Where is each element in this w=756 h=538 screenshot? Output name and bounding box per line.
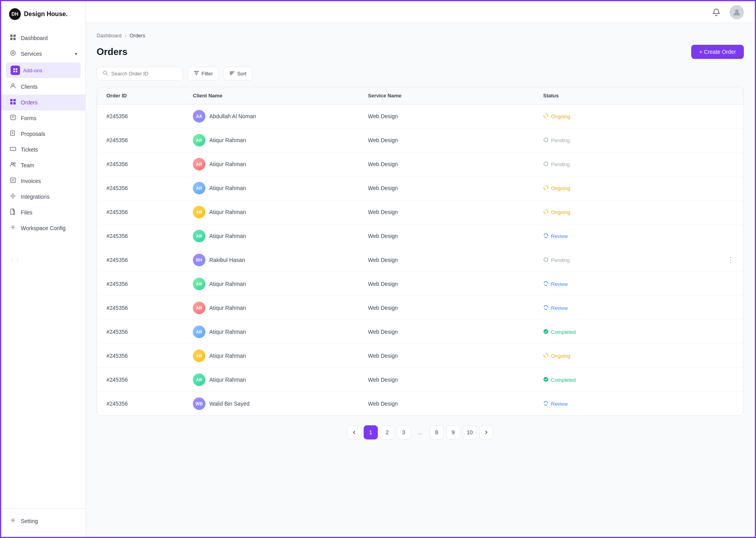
sidebar-item-invoices[interactable]: Invoices [1, 173, 85, 189]
service-name-cell: Web Design [368, 257, 543, 263]
sidebar-item-integrations[interactable]: Integrations [1, 189, 85, 205]
status-badge: Pending [543, 137, 718, 144]
svg-point-29 [12, 227, 14, 228]
client-avatar: AR [193, 278, 205, 290]
table-row[interactable]: #245356 AA Abdullah Al Noman Web Design … [97, 104, 743, 128]
order-id-cell: #245356 [106, 137, 193, 143]
sidebar-item-workspace[interactable]: Workspace Config [1, 220, 85, 236]
client-avatar: RH [193, 254, 205, 266]
order-id-cell: #245356 [106, 401, 193, 407]
svg-point-5 [12, 52, 14, 54]
table-row[interactable]: #245356 AR Atiqur Rahman Web Design Revi… [97, 272, 743, 296]
row-menu-button[interactable]: ⋮ [727, 256, 734, 264]
sidebar-item-proposals[interactable]: Proposals [1, 126, 85, 142]
breadcrumb-parent[interactable]: Dashboard [97, 33, 122, 38]
service-name-cell: Web Design [368, 329, 543, 335]
pagination-page-10[interactable]: 10 [463, 425, 477, 439]
client-avatar: AA [193, 110, 205, 123]
order-id-cell: #245356 [106, 113, 193, 119]
client-avatar: AR [193, 158, 205, 170]
status-text: Pending [551, 257, 570, 263]
toolbar: Filter Sort [97, 67, 744, 81]
table-row[interactable]: #245356 AR Atiqur Rahman Web Design Ongo… [97, 176, 743, 200]
table-row[interactable]: #245356 AR Atiqur Rahman Web Design Pend… [97, 152, 743, 176]
table-row[interactable]: #245356 AR Atiqur Rahman Web Design Comp… [97, 320, 743, 344]
svg-rect-28 [11, 209, 14, 214]
client-avatar: AR [193, 134, 205, 146]
table-row[interactable]: #245356 AR Atiqur Rahman Web Design Revi… [97, 224, 743, 248]
svg-rect-3 [13, 38, 16, 40]
sidebar-item-forms[interactable]: Forms [1, 110, 85, 126]
topbar [86, 1, 755, 23]
status-text: Completed [551, 377, 576, 383]
pagination-page-9[interactable]: 9 [446, 425, 460, 439]
service-name-cell: Web Design [368, 281, 543, 287]
workspace-label: Workspace Config [21, 225, 66, 231]
logo-icon: DH [9, 8, 21, 20]
order-id-cell: #245356 [106, 161, 193, 167]
search-input[interactable] [111, 71, 174, 77]
client-name: Rakibul Hasan [209, 257, 245, 263]
col-actions [718, 93, 734, 99]
service-name-cell: Web Design [368, 233, 543, 239]
table-row[interactable]: #245356 AR Atiqur Rahman Web Design Revi… [97, 296, 743, 320]
table-row[interactable]: #245356 AR Atiqur Rahman Web Design Ongo… [97, 200, 743, 224]
table-row[interactable]: #245356 AR Atiqur Rahman Web Design Comp… [97, 368, 743, 392]
pagination-prev[interactable] [347, 425, 361, 439]
pagination-page-2[interactable]: 2 [380, 425, 394, 439]
table-row[interactable]: #245356 WB Walid Bin Sayed Web Design Re… [97, 392, 743, 415]
status-icon [543, 329, 549, 335]
sidebar-item-services[interactable]: Services ▾ [1, 46, 85, 62]
workspace-icon [9, 224, 17, 232]
notification-bell[interactable] [709, 5, 723, 19]
breadcrumb-current: Orders [130, 33, 145, 38]
sort-label: Sort [237, 71, 247, 77]
create-order-button[interactable]: + Create Order [691, 45, 744, 59]
sidebar-item-tickets[interactable]: Tickets [1, 142, 85, 157]
sidebar-item-files[interactable]: Files [1, 205, 85, 220]
page-header: Orders + Create Order [97, 45, 744, 59]
svg-point-31 [735, 9, 738, 13]
app-logo[interactable]: DH Design House. [1, 1, 85, 27]
sidebar-item-team[interactable]: Team [1, 157, 85, 173]
search-icon [103, 70, 108, 77]
service-name-cell: Web Design [368, 209, 543, 215]
client-name: Atiqur Rahman [209, 329, 246, 335]
files-icon [9, 209, 17, 216]
svg-rect-24 [11, 178, 15, 183]
main-area: Dashboard › Orders Orders + Create Order [86, 1, 755, 537]
client-name: Atiqur Rahman [209, 161, 246, 167]
user-avatar[interactable] [730, 5, 744, 19]
status-text: Review [551, 401, 568, 407]
sidebar-item-clients[interactable]: Clients [1, 79, 85, 95]
filter-button[interactable]: Filter [188, 67, 219, 81]
svg-rect-6 [13, 68, 15, 70]
order-id-cell: #245356 [106, 305, 193, 311]
status-icon [543, 377, 549, 383]
service-name-cell: Web Design [368, 305, 543, 311]
sort-button[interactable]: Sort [223, 67, 253, 81]
svg-point-22 [11, 163, 13, 165]
status-text: Review [551, 281, 568, 287]
client-name: Atiqur Rahman [209, 209, 246, 215]
filter-label: Filter [201, 71, 213, 77]
pagination-page-1[interactable]: 1 [364, 425, 378, 439]
services-label: Services [21, 51, 42, 57]
pagination-page-3[interactable]: 3 [397, 425, 411, 439]
sidebar-item-setting[interactable]: Setting [1, 513, 85, 529]
pagination-next[interactable] [479, 425, 493, 439]
sidebar-item-dashboard[interactable]: Dashboard [1, 30, 85, 46]
client-name: Abdullah Al Noman [209, 113, 256, 119]
table-row[interactable]: #245356 RH Rakibul Hasan Web Design Pend… [97, 248, 743, 272]
table-row[interactable]: #245356 AR Atiqur Rahman Web Design Ongo… [97, 344, 743, 368]
client-name-cell: WB Walid Bin Sayed [193, 397, 368, 410]
sidebar-item-addons[interactable]: Add-ons [6, 62, 81, 78]
service-name-cell: Web Design [368, 185, 543, 191]
table-row[interactable]: #245356 AR Atiqur Rahman Web Design Pend… [97, 128, 743, 152]
svg-point-27 [12, 195, 14, 197]
search-box[interactable] [97, 67, 183, 81]
content-area: Dashboard › Orders Orders + Create Order [86, 23, 755, 537]
sidebar-item-orders[interactable]: Orders [1, 95, 85, 110]
pagination-page-8[interactable]: 8 [430, 425, 444, 439]
status-text: Pending [551, 161, 570, 167]
